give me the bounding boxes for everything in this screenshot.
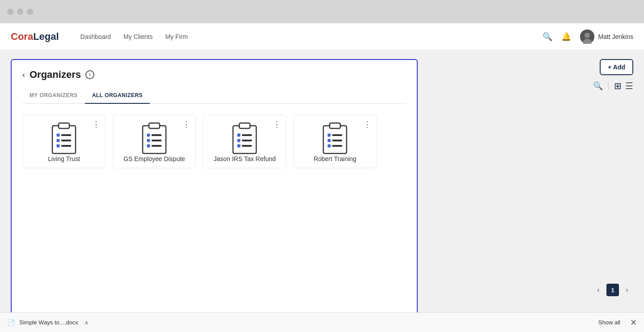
svg-rect-33 — [328, 145, 330, 147]
card-title-4: Robert Training — [314, 155, 356, 162]
svg-rect-6 — [61, 134, 71, 136]
organizer-card-2[interactable]: ⋮ GS Employee Dispute — [113, 115, 196, 168]
list-view-button[interactable]: ☰ — [625, 81, 633, 91]
search-icon[interactable]: 🔍 — [542, 32, 552, 42]
toolbar-search-icon[interactable]: 🔍 — [593, 81, 603, 91]
svg-rect-17 — [147, 145, 150, 147]
svg-rect-13 — [147, 134, 150, 136]
svg-rect-30 — [332, 134, 342, 136]
notification-icon[interactable]: 🔔 — [561, 32, 571, 42]
download-bar: 📄 Simple Ways to....docx ∧ Show all ✕ — [0, 312, 644, 332]
svg-rect-10 — [61, 145, 71, 147]
show-all-button[interactable]: Show all — [598, 319, 620, 326]
svg-rect-20 — [239, 123, 250, 128]
logo-cora: Cora — [11, 31, 33, 42]
organizer-card-3[interactable]: ⋮ Jason IRS Tax Refund — [203, 115, 286, 168]
info-icon[interactable]: i — [85, 70, 94, 79]
card-title-1: Living Trust — [48, 155, 80, 162]
nav-actions: 🔍 🔔 Matt Jenkins — [542, 30, 633, 44]
svg-rect-5 — [57, 134, 59, 136]
page-next-button[interactable]: › — [621, 284, 633, 296]
browser-dot-yellow — [17, 9, 23, 15]
browser-dot-red — [7, 9, 13, 15]
svg-rect-12 — [149, 123, 160, 128]
user-info[interactable]: Matt Jenkins — [580, 30, 633, 44]
user-name: Matt Jenkins — [598, 33, 633, 40]
svg-rect-34 — [332, 145, 342, 147]
card-menu-3[interactable]: ⋮ — [273, 119, 281, 129]
svg-rect-24 — [242, 140, 252, 141]
svg-rect-26 — [242, 145, 252, 147]
svg-point-1 — [585, 33, 590, 38]
svg-rect-28 — [330, 123, 340, 128]
page-current[interactable]: 1 — [606, 284, 619, 296]
back-button[interactable]: ‹ — [22, 70, 25, 80]
card-menu-4[interactable]: ⋮ — [363, 119, 372, 129]
tab-my-organizers[interactable]: MY ORGANIZERS — [22, 88, 85, 104]
nav-my-firm[interactable]: My Firm — [165, 33, 188, 40]
nav-dashboard[interactable]: Dashboard — [80, 33, 111, 40]
nav-my-clients[interactable]: My Clients — [123, 33, 153, 40]
svg-rect-8 — [61, 140, 71, 141]
view-controls: 🔍 ⊞ ☰ — [593, 81, 633, 91]
download-chevron-icon[interactable]: ∧ — [85, 319, 89, 326]
organizer-card-4[interactable]: ⋮ Robert Training — [293, 115, 377, 168]
grid-view-button[interactable]: ⊞ — [614, 81, 622, 91]
svg-rect-32 — [332, 140, 342, 141]
svg-rect-7 — [57, 139, 59, 142]
svg-rect-16 — [152, 140, 161, 141]
svg-rect-21 — [237, 134, 240, 136]
card-menu-1[interactable]: ⋮ — [92, 119, 101, 129]
download-close-button[interactable]: ✕ — [630, 318, 637, 328]
main-content: ‹ Organizers i MY ORGANIZERS ALL ORGANIZ… — [0, 50, 644, 332]
panel-header: ‹ Organizers i — [22, 69, 406, 81]
browser-chrome — [0, 0, 644, 23]
pagination: ‹ 1 › — [592, 284, 633, 296]
page-title: Organizers — [30, 69, 81, 81]
clipboard-icon-2 — [139, 120, 169, 155]
organizer-card-1[interactable]: ⋮ Living Trust — [22, 115, 106, 168]
svg-rect-9 — [57, 145, 59, 147]
clipboard-icon-3 — [229, 120, 260, 155]
page-prev-button[interactable]: ‹ — [592, 284, 605, 296]
svg-rect-18 — [152, 145, 161, 147]
clipboard-icon-1 — [49, 120, 79, 155]
app: CoraLegal Dashboard My Clients My Firm 🔍… — [0, 23, 644, 332]
card-title-2: GS Employee Dispute — [123, 155, 185, 162]
right-controls: + Add 🔍 ⊞ ☰ — [593, 59, 633, 91]
logo[interactable]: CoraLegal — [11, 31, 59, 43]
svg-rect-4 — [59, 123, 69, 128]
nav-links: Dashboard My Clients My Firm — [80, 33, 529, 40]
cards-grid: ⋮ Living Trust ⋮ — [22, 115, 406, 168]
tabs: MY ORGANIZERS ALL ORGANIZERS — [22, 88, 406, 104]
svg-rect-31 — [328, 139, 330, 142]
download-filename: Simple Ways to....docx — [19, 319, 78, 326]
card-menu-2[interactable]: ⋮ — [182, 119, 191, 129]
avatar — [580, 30, 594, 44]
add-button[interactable]: + Add — [600, 59, 633, 75]
download-file-icon: 📄 — [7, 319, 15, 326]
svg-rect-29 — [328, 134, 330, 136]
clipboard-icon-4 — [320, 120, 350, 155]
browser-dot-green — [27, 9, 33, 15]
svg-rect-22 — [242, 134, 252, 136]
logo-legal: Legal — [33, 31, 59, 42]
view-divider — [608, 81, 609, 90]
card-title-3: Jason IRS Tax Refund — [213, 155, 275, 162]
tab-all-organizers[interactable]: ALL ORGANIZERS — [85, 88, 150, 104]
navbar: CoraLegal Dashboard My Clients My Firm 🔍… — [0, 23, 644, 50]
svg-rect-14 — [152, 134, 161, 136]
svg-rect-25 — [237, 145, 240, 147]
svg-rect-15 — [147, 139, 150, 142]
organizers-panel: ‹ Organizers i MY ORGANIZERS ALL ORGANIZ… — [11, 59, 418, 323]
svg-rect-23 — [237, 139, 240, 142]
